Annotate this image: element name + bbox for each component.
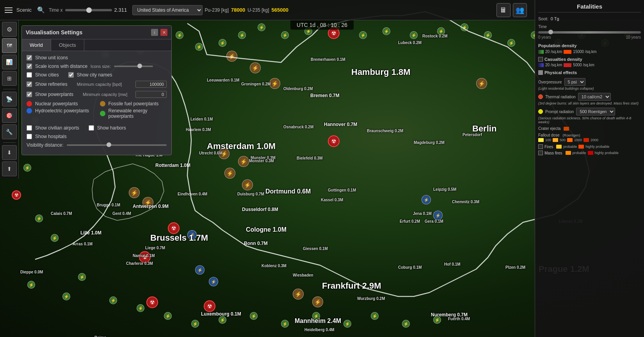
nuclear-icon: ☢ [139, 251, 151, 263]
thermal-label: Thermal radiation [545, 95, 576, 99]
tools-button[interactable]: 🔧 [2, 124, 17, 139]
show-airports-checkbox[interactable] [27, 125, 32, 131]
search-button[interactable]: 🔍 [36, 5, 46, 15]
fires-checkbox-row: Fires probable highly probable [538, 144, 641, 149]
physical-effects-checkbox[interactable] [538, 70, 543, 75]
thermal-note: (3rd degree burns: all skin layers are d… [538, 101, 641, 105]
hamburger-menu[interactable] [3, 5, 14, 16]
power-icon: ⚡ [176, 31, 183, 39]
power-icon: ⚡ [27, 281, 35, 289]
fallout-row: Fallout dose (Roentgen) [538, 133, 641, 137]
fossil-dot [100, 101, 105, 106]
pop-density-low: 20 /sq.km [545, 50, 562, 54]
download-button[interactable]: ⬇ [2, 145, 17, 160]
power-icon: ⚡ [250, 312, 258, 320]
u-value: 565000 [271, 7, 288, 13]
time-range-row: Time 0 years 10 years [538, 23, 641, 39]
cas-low: 20 /sq.km [545, 63, 562, 67]
utc-display: UTC 1d , 08 : 10 : 26 [290, 20, 354, 30]
power-icon: ⚡ [164, 312, 172, 320]
show-hospitals-checkbox[interactable] [27, 134, 32, 139]
mass-fires-checkbox-row: Mass fires probable highly probable [538, 151, 641, 155]
fallout-100: 100 [545, 138, 551, 142]
fossil-fuel-icon: ⚡ [242, 179, 253, 190]
thermal-row: Thermal radiation 10 cal/cm2 [538, 93, 641, 101]
power-icon: ⚡ [410, 31, 418, 39]
prompt-select[interactable]: 500 Roentgen [576, 108, 615, 115]
overpressure-select[interactable]: 5 psi [564, 78, 585, 86]
pp-col-left: Nuclear powerplants Hydroelectric powerp… [27, 101, 94, 122]
power-icon: ⚡ [35, 215, 43, 222]
power-icon: ⚡ [371, 312, 379, 320]
time-label: Time x [49, 7, 63, 13]
fossil-fuel-icon: ⚡ [219, 148, 229, 159]
power-icon: ⚡ [437, 27, 445, 35]
time-slider[interactable] [65, 9, 112, 11]
vis-content: Show unit icons Scale icons with distanc… [22, 51, 171, 155]
show-hospitals-label: Show hospitals [35, 134, 67, 139]
nuclear-row: Nuclear powerplants [27, 101, 94, 106]
visibility-row: Visibility distance: [27, 142, 167, 148]
time-range-slider[interactable] [538, 31, 641, 34]
pop-density-title: Population density [538, 43, 641, 48]
people-icon-btn[interactable]: 👥 [513, 3, 527, 17]
fires-checkbox[interactable] [538, 144, 543, 149]
layers-button[interactable]: 🗺 [2, 38, 17, 53]
cities-row: Show cities Show city names [27, 72, 167, 78]
power-icon: ⚡ [258, 23, 265, 31]
fires-section: Fires probable highly probable [538, 144, 641, 149]
min-cap-bpd-input[interactable] [135, 81, 167, 88]
country-selector[interactable]: United States of America [132, 5, 203, 15]
mf-high-box [588, 151, 593, 155]
show-refineries-checkbox[interactable] [27, 82, 32, 87]
soot-row: Soot: 0 Tg [538, 16, 641, 21]
tower-button[interactable]: 📡 [2, 92, 17, 106]
close-button[interactable]: ✕ [160, 29, 167, 36]
chart-button[interactable]: 📊 [2, 55, 17, 69]
power-icon: ⚡ [382, 27, 390, 35]
power-icon: ⚡ [109, 296, 117, 304]
hydro-label: Hydroelectric powerplants [35, 108, 89, 114]
nuclear-icon: ☢ [328, 135, 340, 147]
renewable-dot [100, 111, 105, 116]
visibility-slider[interactable] [67, 144, 167, 146]
show-unit-icons-checkbox[interactable] [27, 55, 32, 60]
fires-high-box [578, 145, 584, 149]
fallout-2000: 2000 [591, 138, 598, 142]
time-slider-label: Time [538, 25, 547, 29]
powerplants-row: Show powerplants Minimum capacity [mw] [27, 91, 167, 98]
min-cap-mw-input[interactable] [135, 91, 167, 98]
settings-button[interactable]: ⚙ [2, 22, 17, 37]
crater-section: Crater ejecta [538, 126, 641, 131]
power-icon: ⚡ [281, 320, 289, 328]
mass-fires-checkbox[interactable] [538, 151, 543, 155]
mass-fires-section: Mass fires probable highly probable [538, 151, 641, 155]
show-cities-checkbox[interactable] [27, 72, 32, 78]
overpressure-row: Overpressure 5 psi [538, 78, 641, 86]
vis-panel-header: Visualisation Settings i ✕ [22, 26, 171, 39]
tab-objects[interactable]: Objects [51, 39, 84, 51]
pop-density-high: 15000 /sq.km [573, 50, 596, 54]
show-city-names-checkbox[interactable] [68, 72, 74, 78]
info-button[interactable]: i [151, 29, 158, 36]
thermal-select[interactable]: 10 cal/cm2 [578, 93, 611, 101]
soot-label: Soot: [538, 16, 548, 21]
target-button[interactable]: 🎯 [2, 108, 17, 123]
icons-size-slider[interactable] [114, 66, 153, 67]
show-powerplants-checkbox[interactable] [27, 92, 32, 97]
min-cap-mw-label: Minimum capacity [mw] [83, 92, 132, 97]
power-icon: ⚡ [51, 234, 59, 242]
upload-button[interactable]: ⬆ [2, 161, 17, 176]
pu-value: 78000 [231, 7, 245, 13]
tab-world[interactable]: World [22, 39, 51, 51]
show-harbors-checkbox[interactable] [89, 125, 94, 131]
calculator-icon-btn[interactable]: 🖩 [496, 3, 511, 17]
crater-label: Crater ejecta [538, 126, 560, 131]
fossil-fuel-icon: ⚡ [293, 289, 304, 300]
scale-icons-checkbox[interactable] [27, 64, 32, 69]
mf-highly-probable: highly probable [595, 151, 619, 155]
nuclear-icon: ☢ [146, 296, 158, 308]
grid-button[interactable]: ⊞ [2, 71, 17, 86]
show-city-names-label: Show city names [77, 72, 112, 78]
casualties-checkbox[interactable] [538, 57, 543, 62]
